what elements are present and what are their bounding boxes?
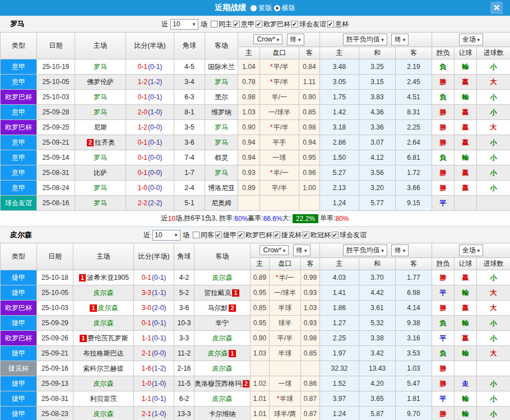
away-team-cell[interactable]: 皮尔森 — [194, 270, 251, 285]
filter-checkbox[interactable]: 欧罗巴杯 — [238, 230, 272, 240]
team-name[interactable]: 维罗纳 — [211, 108, 231, 116]
checkbox-icon[interactable] — [211, 21, 217, 27]
team-name[interactable]: 辛宁 — [216, 319, 229, 327]
team-name[interactable]: 罗马 — [215, 169, 228, 177]
home-team-cell[interactable]: 罗马 — [75, 90, 126, 105]
team-name[interactable]: 罗马 — [94, 184, 107, 192]
filter-checkbox[interactable]: 捷甲 — [215, 230, 237, 240]
home-team-cell[interactable]: 1波希米亚1905 — [73, 270, 134, 285]
team-name[interactable]: 皮尔森 — [207, 349, 228, 357]
away-team-cell[interactable]: 卡尔维纳 — [194, 407, 251, 420]
team-name[interactable]: 尼斯 — [94, 123, 107, 131]
team-name[interactable]: 皮尔森 — [94, 380, 114, 387]
filter-checkbox[interactable]: 球会友谊 — [332, 230, 367, 240]
home-team-cell[interactable]: 罗马 — [75, 105, 126, 120]
away-team-cell[interactable]: 罗马 — [205, 75, 238, 90]
checkbox-icon[interactable] — [256, 21, 262, 27]
team-name[interactable]: 贺拉戴克 — [204, 289, 231, 297]
filter-checkbox[interactable]: 欧罗巴杯 — [256, 20, 290, 29]
home-team-cell[interactable]: 索科尔兰赫提 — [73, 361, 134, 376]
team-name[interactable]: 马尔默 — [207, 304, 228, 312]
checkbox-icon[interactable] — [332, 232, 339, 238]
away-team-cell[interactable]: 罗马 — [205, 165, 238, 181]
filter-checkbox[interactable]: 捷克杯 — [273, 230, 302, 240]
away-team-cell[interactable]: 奥洛穆茨西格玛2 — [194, 376, 251, 391]
away-team-cell[interactable]: 博洛尼亚 — [205, 181, 238, 196]
team-name[interactable]: 皮尔森 — [98, 304, 118, 312]
checkbox-icon[interactable] — [193, 232, 200, 238]
filter-checkbox[interactable]: 欧冠杯 — [303, 230, 331, 240]
home-team-cell[interactable]: 1皮尔森 — [73, 301, 134, 316]
fullmatch-dropdown[interactable]: 全场 — [459, 244, 483, 256]
team-name[interactable]: 佛罗伦萨 — [87, 78, 114, 86]
bookmaker-dropdown[interactable]: Crow* — [253, 34, 282, 44]
team-name[interactable]: 博洛尼亚 — [208, 184, 235, 192]
away-team-cell[interactable]: 罗马 — [205, 135, 238, 150]
away-team-cell[interactable]: 尼奥姆 — [205, 196, 238, 211]
home-team-cell[interactable]: 罗马 — [75, 196, 126, 211]
team-name[interactable]: 罗马 — [94, 93, 107, 101]
match-count-select[interactable]: 10 ▼ — [152, 230, 180, 241]
checkbox-icon[interactable] — [291, 21, 298, 27]
team-name[interactable]: 皮尔森 — [94, 289, 114, 297]
team-name[interactable]: 国际米兰 — [208, 63, 235, 71]
away-team-cell[interactable]: 马尔默2 — [194, 301, 251, 316]
bookmaker-dropdown[interactable]: Crow* — [259, 245, 289, 255]
team-name[interactable]: 罗马 — [94, 63, 107, 71]
away-team-cell[interactable]: 维罗纳 — [205, 105, 238, 120]
team-name[interactable]: 皮尔森 — [94, 410, 114, 418]
checkbox-icon[interactable] — [233, 21, 240, 27]
team-name[interactable]: 罗马 — [215, 123, 228, 131]
filter-checkbox[interactable]: 同客 — [193, 230, 214, 240]
away-team-cell[interactable]: 皮尔森 — [194, 391, 251, 407]
away-team-cell[interactable]: 皮尔森 — [194, 331, 251, 346]
home-team-cell[interactable]: 2拉齐奥 — [75, 135, 126, 150]
home-team-cell[interactable]: 尼斯 — [75, 120, 126, 135]
avg-odds-dropdown[interactable]: 胜平负均值 — [343, 34, 387, 45]
filter-checkbox[interactable]: 意甲 — [233, 20, 254, 29]
home-team-cell[interactable]: 罗马 — [75, 150, 126, 165]
team-name[interactable]: 拉齐奥 — [95, 139, 115, 146]
team-name[interactable]: 里尔 — [215, 93, 228, 101]
away-team-cell[interactable]: 里尔 — [205, 90, 238, 105]
home-team-cell[interactable]: 布拉格斯巴达 — [73, 346, 134, 361]
team-name[interactable]: 罗马 — [94, 108, 107, 116]
avg-time-dropdown[interactable]: 终 — [391, 244, 409, 256]
team-name[interactable]: 罗马 — [215, 139, 228, 146]
away-team-cell[interactable]: 国际米兰 — [205, 59, 238, 75]
filter-checkbox[interactable]: 意杯 — [327, 20, 349, 29]
match-count-select[interactable]: 10 ▼ — [170, 19, 198, 30]
away-team-cell[interactable]: 都灵 — [205, 150, 238, 165]
home-team-cell[interactable]: 罗马 — [75, 181, 126, 196]
team-name[interactable]: 索科尔兰赫提 — [84, 364, 124, 372]
team-name[interactable]: 布拉格斯巴达 — [84, 349, 124, 357]
team-name[interactable]: 罗马 — [215, 78, 228, 86]
filter-checkbox[interactable]: 球会友谊 — [291, 20, 326, 29]
team-name[interactable]: 罗马 — [94, 154, 107, 161]
team-name[interactable]: 都灵 — [215, 154, 228, 161]
home-team-cell[interactable]: 比萨 — [75, 165, 126, 181]
close-button[interactable]: ✕ — [490, 2, 503, 14]
checkbox-icon[interactable] — [273, 232, 280, 238]
team-name[interactable]: 罗马 — [94, 199, 107, 207]
radio-icon[interactable] — [251, 5, 257, 11]
team-name[interactable]: 比萨 — [94, 169, 107, 177]
avg-odds-dropdown[interactable]: 胜平负均值 — [343, 244, 387, 256]
odds-time-dropdown[interactable]: 终 — [293, 244, 310, 256]
filter-checkbox[interactable]: 同主 — [211, 20, 232, 29]
home-team-cell[interactable]: 皮尔森 — [73, 285, 134, 301]
checkbox-icon[interactable] — [303, 232, 309, 238]
checkbox-icon[interactable] — [327, 21, 334, 27]
team-name[interactable]: 皮尔森 — [212, 395, 233, 403]
radio-icon[interactable] — [274, 5, 280, 11]
layout-radio-option[interactable]: 横版 — [274, 3, 295, 13]
team-name[interactable]: 皮尔森 — [212, 364, 233, 372]
team-name[interactable]: 尼奥姆 — [211, 199, 231, 207]
away-team-cell[interactable]: 皮尔森1 — [194, 346, 251, 361]
home-team-cell[interactable]: 皮尔森 — [73, 407, 134, 420]
odds-time-dropdown[interactable]: 终 — [287, 34, 304, 45]
home-team-cell[interactable]: 利贝雷茨 — [73, 391, 134, 407]
team-name[interactable]: 奥洛穆茨西格玛 — [194, 380, 242, 387]
fullmatch-dropdown[interactable]: 全场 — [459, 34, 483, 45]
home-team-cell[interactable]: 皮尔森 — [73, 376, 134, 391]
